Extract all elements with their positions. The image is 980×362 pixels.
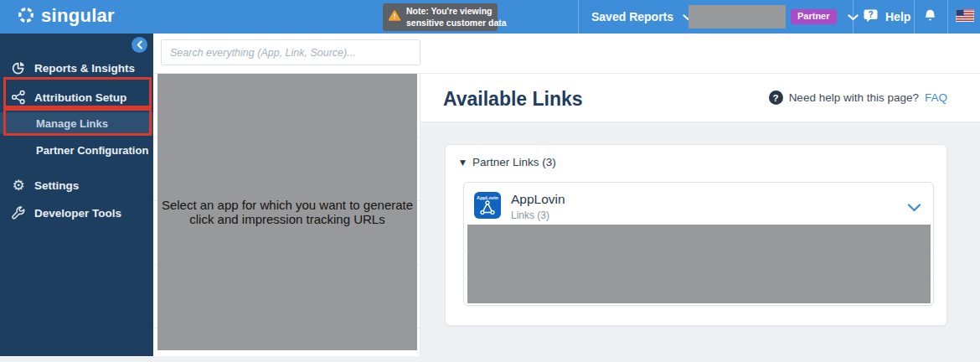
gear-icon: ⚙ — [11, 178, 26, 193]
sidebar-nav: Reports & Insights Attribution Setup Man… — [0, 34, 153, 356]
nav-divider — [947, 0, 948, 34]
redacted-links-list — [467, 225, 931, 303]
sidebar-item-label: Developer Tools — [34, 207, 121, 220]
warning-icon — [388, 9, 401, 25]
sidebar-item-label: Reports & Insights — [34, 62, 135, 75]
question-circle-icon: ? — [769, 90, 783, 105]
nav-divider — [914, 0, 915, 34]
available-links-panel: Available Links ? Need help with this pa… — [420, 74, 980, 356]
sidebar-collapse-button[interactable] — [132, 37, 147, 53]
singular-swirl-icon — [17, 6, 35, 28]
content-search-bar — [153, 34, 980, 74]
svg-text:?: ? — [868, 10, 873, 19]
redacted-account-name — [689, 5, 786, 28]
sidebar-item-partner-configuration[interactable]: Partner Configuration — [36, 144, 148, 157]
account-switcher[interactable]: Partner — [791, 0, 859, 34]
search-input[interactable] — [161, 39, 420, 65]
top-navbar: singular Note: You're viewing sensitive … — [0, 0, 980, 34]
chevron-left-icon — [136, 38, 144, 53]
sensitive-data-note: Note: You're viewing sensitive customer … — [383, 3, 498, 31]
sidebar-item-manage-links[interactable]: Manage Links — [36, 117, 108, 130]
svg-text:AppLovin: AppLovin — [477, 195, 498, 200]
page-help: ? Need help with this page? FAQ — [769, 90, 947, 105]
partner-links-toggle[interactable]: ▼ Partner Links (3) — [460, 156, 556, 168]
triangle-down-icon: ▼ — [460, 158, 466, 167]
saved-reports-label: Saved Reports — [591, 10, 673, 23]
sidebar-item-developer-tools[interactable]: Developer Tools — [11, 204, 121, 221]
help-bubble-icon: ? — [863, 8, 879, 26]
wrench-icon — [11, 205, 26, 220]
page-title: Available Links — [443, 88, 583, 111]
share-network-icon — [11, 90, 26, 105]
applovin-card: AppLovin AppLovin Links (3) — [463, 182, 934, 306]
partner-badge: Partner — [791, 9, 837, 24]
sidebar-item-label: Attribution Setup — [34, 91, 126, 104]
help-label: Help — [885, 10, 910, 23]
saved-reports-menu[interactable]: Saved Reports — [591, 0, 694, 34]
nav-divider — [853, 0, 854, 34]
brand-name: singular — [41, 7, 115, 28]
bell-icon — [923, 8, 937, 26]
singular-logo[interactable]: singular — [17, 0, 115, 34]
partner-name: AppLovin — [511, 192, 565, 207]
partner-links-label: Partner Links (3) — [472, 156, 556, 168]
us-flag-icon — [956, 9, 974, 25]
links-count: Links (3) — [511, 209, 549, 221]
language-selector[interactable] — [956, 0, 974, 34]
sidebar-item-attribution-setup[interactable]: Attribution Setup — [11, 89, 126, 106]
app-select-instruction: Select an app for which you want to gene… — [159, 198, 415, 227]
app-list-panel: Select an app for which you want to gene… — [153, 74, 420, 356]
redacted-app-list: Select an app for which you want to gene… — [157, 74, 417, 350]
notifications-button[interactable] — [923, 0, 937, 34]
panel-header: Available Links ? Need help with this pa… — [420, 74, 980, 122]
partner-links-section: ▼ Partner Links (3) AppLovin AppLovin Li… — [445, 144, 947, 326]
expand-chevron-icon[interactable] — [907, 200, 921, 215]
pie-chart-icon — [11, 60, 26, 75]
applovin-app-icon: AppLovin — [474, 192, 501, 219]
help-menu[interactable]: ? Help — [863, 0, 910, 34]
faq-link[interactable]: FAQ — [925, 91, 947, 104]
sidebar-item-settings[interactable]: ⚙ Settings — [11, 177, 79, 194]
singular-app-window: singular Note: You're viewing sensitive … — [0, 0, 980, 362]
sidebar-item-label: Settings — [34, 179, 79, 192]
nav-divider — [578, 0, 579, 34]
sidebar-item-reports-insights[interactable]: Reports & Insights — [11, 59, 135, 76]
help-prompt-text: Need help with this page? — [789, 91, 919, 104]
note-text: Note: You're viewing sensitive customer … — [406, 6, 507, 28]
